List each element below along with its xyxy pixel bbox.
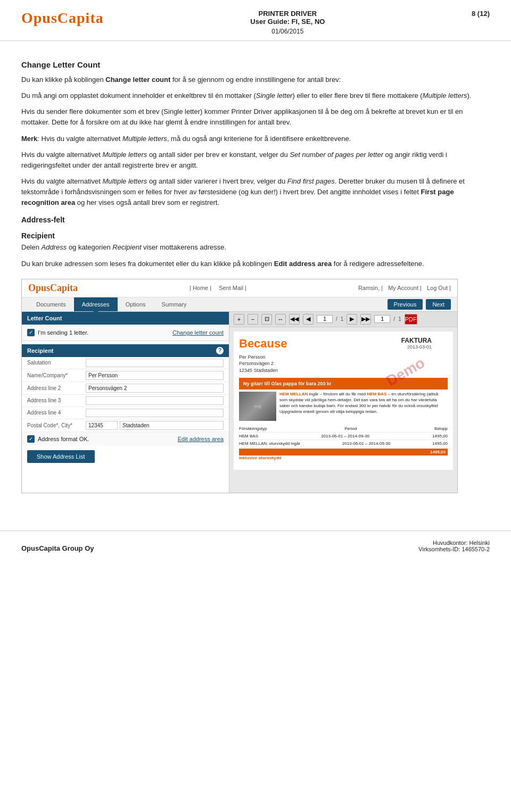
doc-promo-title: Ny gitarr till Olas pappa för bara 200 k… (239, 378, 448, 390)
doc-info: PRINTER DRIVER User Guide: FI, SE, NO 01… (250, 10, 325, 35)
postal-input[interactable] (86, 421, 118, 430)
address3-label: Address line 3 (27, 397, 86, 403)
salutation-label: Salutation (27, 360, 86, 366)
doc-date: 01/06/2015 (250, 28, 325, 35)
para4: Merk: Hvis du valgte alternativet Multip… (21, 134, 490, 144)
city-input[interactable] (120, 421, 224, 430)
row2-amount: 1495,00 (432, 441, 448, 446)
doc-promo-area: img HEM MELLAN ingår – förutom allt du f… (239, 392, 448, 421)
change-letter-count-link[interactable]: Change letter count (172, 329, 224, 336)
multiple-letters-italic2: Multiple letters (122, 135, 167, 143)
doc-addr-line1: Per Persson (239, 354, 448, 361)
next-single-btn[interactable]: ▶ (347, 314, 357, 325)
fit-width-btn[interactable]: ↔ (275, 314, 286, 325)
tab-options[interactable]: Options (118, 297, 154, 311)
footer-company: OpusCapita Group Oy (21, 544, 94, 552)
row2-period: 2013-06-01 – 2014-09-30 (342, 441, 391, 446)
page-number: 8 (12) (472, 10, 490, 18)
btn-previous[interactable]: Previous (388, 299, 423, 310)
nav-buttons: Previous Next (388, 299, 451, 310)
postal-label: Postal Code*, City* (27, 422, 86, 428)
doc-promo-text: HEM MELLAN ingår – förutom allt du får m… (279, 392, 448, 421)
letter-total: 1 (398, 316, 401, 322)
address-ok-check-icon: ✓ (27, 435, 35, 443)
edit-address-link[interactable]: Edit address area (178, 436, 224, 442)
single-letter-italic: Single letter (256, 92, 293, 100)
recipient-label: Recipient (27, 347, 54, 354)
doc-preview: Because FAKTURA 2013-03-01 Demo Per Pers… (234, 332, 453, 470)
nav-log-out: Log Out | (427, 285, 451, 291)
zoom-in-btn[interactable]: + (234, 314, 244, 325)
show-address-list-button[interactable]: Show Address List (27, 450, 95, 463)
address-felt-title: Address-felt (21, 216, 490, 224)
para1-bold: Change letter count (105, 76, 170, 84)
edit-address-bold: Edit address area (274, 260, 332, 268)
recipient-header: Recipient ? (22, 344, 229, 357)
row1-amount: 1495,00 (432, 434, 448, 438)
address3-input[interactable] (86, 396, 224, 405)
letter-input[interactable] (374, 315, 390, 323)
salutation-input[interactable] (86, 359, 224, 367)
letter-sep: / (393, 316, 395, 322)
address-italic: Address (42, 243, 67, 251)
nav-ramsin: Ramsin, | (358, 285, 383, 291)
recipient-italic: Recipient (112, 243, 141, 251)
nav-sent-mail: Sent Mail | (219, 285, 246, 291)
prev-page-btn[interactable]: ◀◀ (289, 314, 300, 325)
app-body: Letter Count ✓ I'm sending 1 letter. Cha… (22, 312, 457, 493)
tab-documents[interactable]: Documents (28, 297, 74, 311)
form-row-address4: Address line 4 (22, 407, 229, 419)
tab-bar: Documents Addresses Options Summary Prev… (22, 297, 457, 312)
letter-count-content: ✓ I'm sending 1 letter. Change letter co… (22, 325, 229, 341)
section-title-letter-count: Change Letter Count (21, 60, 490, 69)
app-logo: OpusCapita (28, 283, 78, 294)
row1-period: 2013-06-01 – 2014-09-30 (321, 434, 369, 438)
address4-label: Address line 4 (27, 410, 86, 416)
page-total: 1 (341, 316, 344, 322)
find-first-italic: Find first pages (287, 177, 335, 185)
btn-next[interactable]: Next (426, 299, 451, 310)
total-amount: 1495,00 (430, 450, 446, 454)
merk-label: Merk (21, 135, 37, 143)
left-panel: Letter Count ✓ I'm sending 1 letter. Cha… (22, 312, 229, 493)
para5: Hvis du valgte alternativet Multiple let… (21, 150, 490, 171)
page-input[interactable] (317, 315, 333, 323)
doc-hem-bas: HEM BAS (367, 392, 387, 396)
doc-total-row: 1495,00 (239, 449, 448, 455)
letter-count-heading: Letter Count (22, 312, 229, 325)
tab-items: Documents Addresses Options Summary (28, 297, 195, 311)
prev-single-btn[interactable]: ◀ (303, 314, 314, 325)
name-input[interactable] (86, 371, 224, 380)
col-item: Försäkringstyp (239, 426, 267, 431)
next-page-btn[interactable]: ▶▶ (360, 314, 371, 325)
para6: Hvis du valgte alternativet Multiple let… (21, 176, 490, 208)
help-icon[interactable]: ? (216, 347, 224, 354)
tab-summary[interactable]: Summary (154, 297, 195, 311)
fit-page-btn[interactable]: ⊡ (261, 314, 272, 325)
form-row-salutation: Salutation (22, 357, 229, 369)
multiple-letters-italic: Multiple letters (423, 92, 467, 100)
para2: Du må angi om opplastet dokument innehol… (21, 90, 490, 101)
row2-item: HEM MELLAN: oturvskydd ingår (239, 441, 300, 446)
preview-toolbar: + − ⊡ ↔ ◀◀ ◀ / 1 ▶ ▶▶ / 1 PDF (229, 312, 457, 327)
address4-input[interactable] (86, 409, 224, 417)
form-row-postal: Postal Code*, City* (22, 419, 229, 432)
footer-right: Huvudkontor: Helsinki Virksomhets-ID: 14… (418, 540, 490, 552)
address-para2: Du kan bruke adressen som leses fra doku… (21, 259, 490, 269)
tab-addresses[interactable]: Addresses (74, 297, 118, 311)
form-row-name: Name/Company* (22, 369, 229, 382)
doc-title: PRINTER DRIVER (250, 10, 325, 18)
set-number-italic: Set number of pages per letter (290, 151, 383, 159)
address2-input[interactable] (86, 384, 224, 393)
recipient-subtitle: Recipient (21, 231, 490, 240)
para3: Hvis du sender flere dokumenter som et b… (21, 106, 490, 128)
address-ok-row: ✓ Address format OK. Edit address area (22, 432, 229, 446)
pdf-btn[interactable]: PDF (405, 314, 417, 325)
app-header: OpusCapita | Home | Sent Mail | Ramsin, … (22, 279, 457, 297)
address-ok-text: Address format OK. (38, 436, 89, 442)
logo-text: OpusCapita (21, 10, 104, 26)
zoom-out-btn[interactable]: − (248, 314, 258, 325)
doc-faktura: FAKTURA (401, 337, 432, 344)
doc-table-row1: HEM BAS 2013-06-01 – 2014-09-30 1495,00 (239, 433, 448, 440)
doc-address: Per Persson Personsvägen 2 12345 Stadsta… (239, 354, 448, 374)
